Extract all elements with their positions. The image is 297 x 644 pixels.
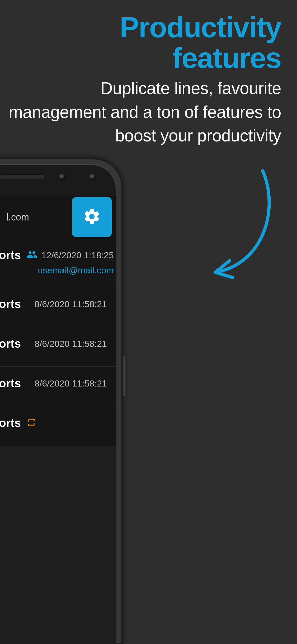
list-item[interactable]: orts <box>0 406 116 446</box>
list-item-email: usemail@mail.com <box>38 264 114 277</box>
promo-subhead: Duplicate lines, favourite management an… <box>0 77 281 148</box>
promo-headline-line1: Productivity <box>120 11 281 43</box>
phone-inner: l.com orts <box>0 164 116 644</box>
phone-sensor <box>59 173 66 180</box>
header-email-fragment: l.com <box>6 212 29 223</box>
list-item-timestamp: 8/6/2020 11:58:21 <box>35 299 107 309</box>
gear-icon <box>83 207 101 227</box>
list-item-title: orts <box>0 297 21 311</box>
list-item-timestamp: 8/6/2020 11:58:21 <box>35 378 107 388</box>
phone-speaker <box>0 174 44 179</box>
list-item-title: orts <box>0 377 21 390</box>
promo-headline: Productivity features <box>120 12 281 73</box>
retweet-icon <box>26 417 37 429</box>
item-list: orts 12/6/2020 1:18:25 usemail@mail.com <box>0 238 116 644</box>
phone-side-button <box>123 356 125 396</box>
group-icon <box>26 249 38 261</box>
list-item[interactable]: orts 12/6/2020 1:18:25 usemail@mail.com <box>0 238 116 287</box>
list-item-timestamp: 8/6/2020 11:58:21 <box>35 339 107 349</box>
list-item-title: orts <box>0 337 21 350</box>
list-item-title: orts <box>0 249 21 262</box>
pointer-arrow <box>203 169 277 280</box>
settings-button[interactable] <box>72 197 112 237</box>
list-item[interactable]: orts 8/6/2020 11:58:21 <box>0 287 116 327</box>
phone-mock: l.com orts <box>0 158 123 644</box>
app-screen: l.com orts <box>0 196 116 644</box>
promo-headline-line2: features <box>172 42 281 74</box>
list-item[interactable]: orts 8/6/2020 11:58:21 <box>0 367 116 406</box>
app-header: l.com <box>0 196 116 238</box>
list-item-title: orts <box>0 416 21 430</box>
list-item[interactable]: orts 8/6/2020 11:58:21 <box>0 327 116 367</box>
list-item-timestamp: 12/6/2020 1:18:25 <box>41 250 114 260</box>
phone-sensor <box>89 173 96 180</box>
empty-area <box>0 446 116 644</box>
